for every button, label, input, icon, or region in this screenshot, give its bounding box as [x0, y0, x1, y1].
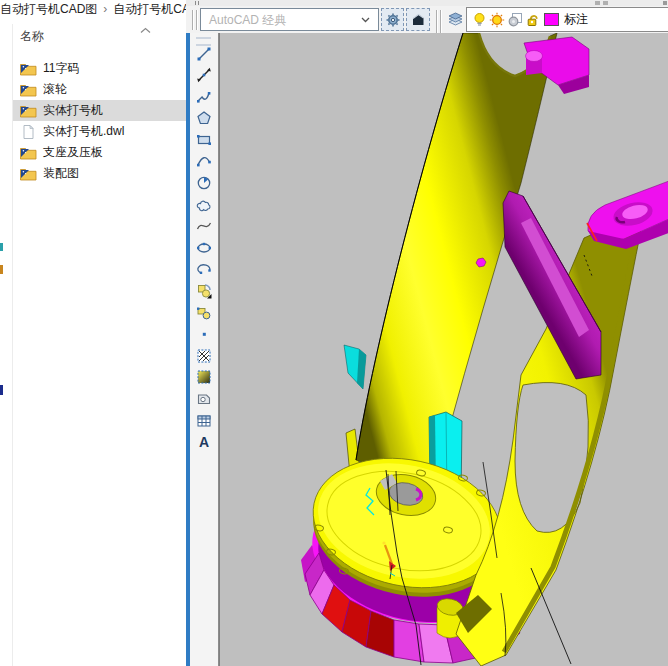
polyline-tool-icon[interactable]: [194, 88, 213, 105]
region-tool-icon[interactable]: [194, 391, 213, 408]
list-item[interactable]: 装配图: [13, 163, 186, 184]
ellipse-tool-icon[interactable]: [194, 239, 213, 256]
toolbar-separator: [440, 14, 441, 34]
list-item-selected[interactable]: 实体打号机: [13, 100, 186, 121]
file-page-icon: [20, 125, 37, 139]
file-name: 11字码: [43, 60, 79, 77]
cad-folder-icon: [20, 83, 37, 97]
layer-name: 标注: [564, 11, 588, 28]
file-name: 实体打号机: [43, 102, 103, 119]
file-name: 滚轮: [43, 81, 67, 98]
svg-text:A: A: [198, 434, 208, 450]
construction-line-tool-icon[interactable]: [194, 67, 213, 84]
breadcrumb-item-2[interactable]: 自动打号机CA: [113, 2, 186, 16]
layer-thaw-sun-icon: [489, 12, 505, 28]
point-tool-icon[interactable]: [194, 326, 213, 343]
layers-stack-icon: [447, 11, 464, 28]
workspace-dropdown-value: AutoCAD 经典: [209, 12, 286, 29]
list-item[interactable]: 11字码: [13, 58, 186, 79]
chevron-down-icon: [361, 17, 370, 23]
list-item[interactable]: 滚轮: [13, 79, 186, 100]
rectangle-tool-icon[interactable]: [194, 131, 213, 148]
gear-icon: [385, 12, 401, 28]
line-tool-icon[interactable]: [194, 45, 213, 62]
toolbar-grip[interactable]: [192, 10, 193, 30]
multiline-text-tool-icon[interactable]: A: [194, 434, 213, 451]
grip-mark: [663, 1, 667, 5]
workspace-settings-button[interactable]: [381, 8, 404, 31]
breadcrumb-separator-icon: ›: [103, 2, 107, 16]
clipped-fragment: [0, 243, 3, 251]
insert-block-tool-icon[interactable]: [194, 283, 213, 300]
model-magenta-link: [587, 181, 668, 249]
clipped-fragment: [0, 265, 3, 274]
layer-color-swatch[interactable]: [544, 13, 559, 26]
cad-folder-icon: [20, 167, 37, 181]
cad-folder-icon: [20, 146, 37, 160]
file-explorer-panel: 自动打号机CAD图›自动打号机CA 名称 11字码 滚轮 实体打号机 实体打号机…: [0, 0, 190, 666]
file-name: 实体打号机.dwl: [43, 123, 124, 140]
revision-cloud-tool-icon[interactable]: [194, 196, 213, 213]
layer-control-dropdown[interactable]: 标注: [466, 7, 668, 32]
make-block-tool-icon[interactable]: [194, 304, 213, 321]
cad-folder-icon: [20, 104, 37, 118]
toolbar-separator: [436, 14, 437, 34]
toolbar-grip[interactable]: [196, 10, 197, 30]
file-name: 装配图: [43, 165, 79, 182]
ellipse-arc-tool-icon[interactable]: [194, 261, 213, 278]
sort-ascending-icon[interactable]: [140, 27, 151, 34]
table-tool-icon[interactable]: [194, 412, 213, 429]
list-item[interactable]: 支座及压板: [13, 142, 186, 163]
layer-on-bulb-icon: [472, 12, 487, 28]
grip-mark: [595, 1, 600, 5]
list-item[interactable]: 实体打号机.dwl: [13, 121, 186, 142]
layer-properties-button[interactable]: [444, 8, 466, 30]
spline-tool-icon[interactable]: [194, 218, 213, 235]
cad-folder-icon: [20, 62, 37, 76]
breadcrumb-item-1[interactable]: 自动打号机CAD图: [0, 2, 97, 16]
my-workspace-button[interactable]: [406, 8, 430, 31]
model-cyan-plate-small: [344, 345, 366, 389]
hatch-tool-icon[interactable]: [194, 347, 213, 364]
grip-mark: [603, 1, 608, 5]
cad-3d-model: [220, 33, 668, 666]
column-header-name[interactable]: 名称: [20, 28, 44, 45]
viewport-freeze-sun-icon: [507, 12, 523, 28]
model-viewport[interactable]: [219, 33, 668, 666]
workspace-shape-icon: [410, 12, 426, 28]
grip-mark: [195, 1, 196, 5]
layer-unlock-icon: [525, 12, 541, 28]
circle-tool-icon[interactable]: [194, 175, 213, 192]
draw-toolbar: A: [190, 33, 219, 666]
gradient-tool-icon[interactable]: [194, 369, 213, 386]
breadcrumb: 自动打号机CAD图›自动打号机CA: [0, 0, 186, 18]
clipped-fragment: [0, 385, 3, 395]
polygon-tool-icon[interactable]: [194, 110, 213, 127]
workspace-dropdown[interactable]: AutoCAD 经典: [200, 8, 379, 31]
arc-tool-icon[interactable]: [194, 153, 213, 170]
file-name: 支座及压板: [43, 144, 103, 161]
grip-mark: [198, 1, 199, 5]
